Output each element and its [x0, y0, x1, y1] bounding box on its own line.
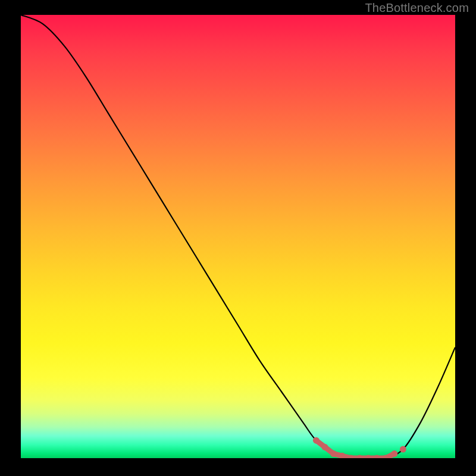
optimal-marker — [374, 455, 380, 459]
optimal-marker — [356, 455, 363, 459]
optimal-markers-group — [313, 437, 406, 458]
optimal-marker — [330, 450, 337, 457]
optimal-zone-stroke — [316, 440, 394, 458]
optimal-marker — [365, 455, 372, 459]
optimal-marker — [322, 444, 328, 450]
attribution-text: TheBottleneck.com — [365, 1, 469, 15]
plot-area — [21, 15, 455, 458]
optimal-marker — [313, 437, 320, 444]
optimal-marker — [391, 450, 397, 457]
bottleneck-curve-path — [21, 15, 455, 458]
optimal-marker — [400, 446, 406, 453]
bottleneck-curve-svg — [21, 15, 455, 458]
